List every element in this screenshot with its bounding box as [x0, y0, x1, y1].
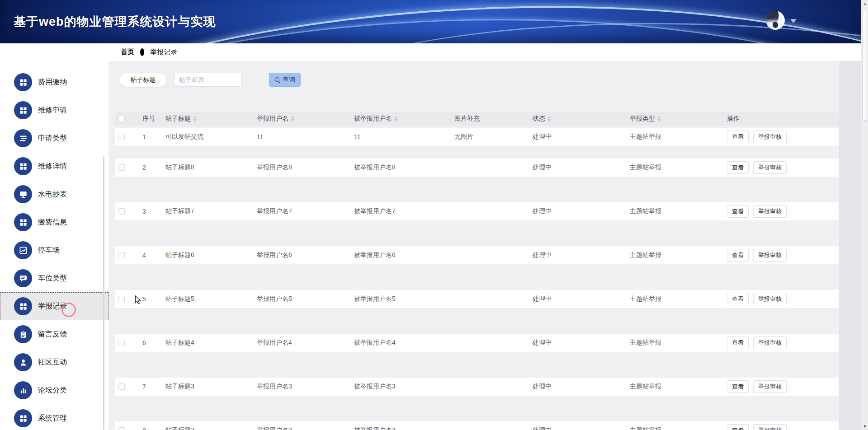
chat-icon: [14, 269, 32, 287]
sidebar-item-10[interactable]: 留言反馈: [0, 320, 108, 348]
report-audit-button[interactable]: 举报审核: [753, 205, 787, 218]
cell-actions: 查看举报审核: [723, 293, 839, 305]
sidebar-item-label: 维修申请: [38, 106, 67, 115]
chevron-down-icon[interactable]: [790, 19, 797, 23]
cell-status: 处理中: [529, 295, 626, 303]
scroll-up-icon[interactable]: ▲: [861, 0, 868, 7]
view-button[interactable]: 查看: [727, 249, 749, 262]
sort-carets-icon[interactable]: [193, 116, 197, 122]
cell-no: 2: [137, 164, 162, 171]
cell-type: 主题帖举报: [626, 133, 723, 141]
screen: 基于web的物业管理系统设计与实现 费用缴纳维修申请申请类型维修详情水电抄表缴费…: [0, 0, 868, 430]
cell-title: 帖子标题5: [162, 295, 253, 303]
cell-type: 主题帖举报: [626, 339, 723, 347]
sidebar-item-1[interactable]: 费用缴纳: [0, 68, 108, 96]
cell-no: 6: [137, 339, 162, 346]
sort-carets-icon[interactable]: [291, 116, 294, 122]
sidebar-item-11[interactable]: 社区互动: [0, 348, 108, 376]
cell-sel: [115, 208, 137, 215]
report-audit-button[interactable]: 举报审核: [753, 161, 787, 174]
report-audit-button[interactable]: 举报审核: [753, 380, 787, 393]
report-audit-button[interactable]: 举报审核: [753, 337, 787, 349]
sidebar-item-label: 缴费信息: [38, 218, 67, 227]
cell-reported: 被举报用户名8: [350, 164, 448, 172]
column-label: 举报用户名: [257, 115, 288, 123]
cell-type: 主题帖举报: [626, 426, 723, 430]
sidebar-item-12[interactable]: 论坛分类: [0, 376, 108, 404]
sidebar-scrollbar[interactable]: [103, 156, 104, 430]
column-header-reporter[interactable]: 举报用户名: [253, 115, 350, 123]
view-button[interactable]: 查看: [727, 293, 749, 305]
view-button[interactable]: 查看: [727, 131, 749, 143]
cell-type: 主题帖举报: [626, 251, 723, 259]
report-audit-button[interactable]: 举报审核: [753, 293, 787, 305]
row-checkbox[interactable]: [118, 340, 125, 346]
table-body: 1可以发帖交流1111无图片处理中主题帖举报查看举报审核2帖子标题8举报用户名8…: [115, 128, 839, 430]
column-label: 被举报用户名: [354, 115, 392, 123]
scrollbar-thumb[interactable]: [862, 10, 867, 121]
cell-reported: 11: [350, 133, 448, 140]
sidebar-item-13[interactable]: 系统管理: [0, 404, 108, 430]
column-label: 图片补充: [454, 115, 480, 123]
sidebar-item-3[interactable]: 申请类型: [0, 124, 108, 152]
cell-sel: [115, 134, 137, 140]
column-header-title[interactable]: 帖子标题: [162, 115, 253, 123]
breadcrumb-home[interactable]: 首页: [121, 48, 134, 56]
user-avatar[interactable]: [766, 11, 785, 30]
breadcrumb: 首页 举报记录: [108, 43, 861, 61]
select-all-checkbox[interactable]: [118, 116, 125, 122]
report-audit-button[interactable]: 举报审核: [753, 131, 787, 143]
report-audit-button[interactable]: 举报审核: [753, 424, 787, 430]
sidebar-item-label: 举报记录: [38, 302, 67, 311]
search-field-selector[interactable]: 帖子标题: [120, 73, 166, 87]
table-row: 3帖子标题7举报用户名7被举报用户名7处理中主题帖举报查看举报审核: [115, 202, 839, 220]
sidebar-item-5[interactable]: 水电抄表: [0, 180, 108, 208]
table-row: 8帖子标题2举报用户名2被举报用户名2处理中主题帖举报查看举报审核: [115, 421, 839, 430]
column-header-reported[interactable]: 被举报用户名: [350, 115, 448, 123]
cell-title: 帖子标题4: [162, 339, 253, 347]
row-checkbox[interactable]: [118, 164, 125, 171]
query-button[interactable]: 查询: [269, 73, 301, 87]
sort-carets-icon[interactable]: [657, 116, 661, 122]
row-checkbox[interactable]: [118, 427, 125, 430]
sidebar-item-6[interactable]: 缴费信息: [0, 208, 108, 236]
column-header-status[interactable]: 状态: [529, 115, 626, 123]
sidebar-menu: 费用缴纳维修申请申请类型维修详情水电抄表缴费信息停车场车位类型举报记录留言反馈社…: [0, 68, 108, 430]
view-button[interactable]: 查看: [727, 424, 749, 430]
sort-carets-icon[interactable]: [547, 116, 551, 122]
cell-no: 3: [137, 208, 162, 215]
cell-title: 帖子标题6: [162, 251, 253, 259]
search-input[interactable]: [174, 73, 242, 87]
report-audit-button[interactable]: 举报审核: [753, 249, 787, 262]
column-header-type[interactable]: 举报类型: [626, 115, 723, 123]
sidebar-item-9-active[interactable]: 举报记录: [0, 292, 108, 320]
view-button[interactable]: 查看: [727, 205, 749, 218]
row-checkbox[interactable]: [118, 208, 125, 215]
table-row: 1可以发帖交流1111无图片处理中主题帖举报查看举报审核: [115, 128, 839, 146]
view-button[interactable]: 查看: [727, 337, 749, 349]
sidebar-item-8[interactable]: 车位类型: [0, 264, 108, 292]
cell-status: 处理中: [529, 133, 626, 141]
app-title: 基于web的物业管理系统设计与实现: [14, 14, 216, 30]
scroll-down-icon[interactable]: ▼: [861, 423, 868, 430]
cell-actions: 查看举报审核: [723, 131, 839, 143]
view-button[interactable]: 查看: [727, 161, 749, 174]
view-button[interactable]: 查看: [727, 380, 749, 393]
row-checkbox[interactable]: [118, 296, 125, 302]
row-checkbox[interactable]: [118, 383, 125, 390]
row-checkbox[interactable]: [118, 252, 125, 258]
table-row: 4帖子标题6举报用户名6被举报用户名6处理中主题帖举报查看举报审核: [115, 246, 839, 264]
sort-carets-icon[interactable]: [394, 116, 398, 122]
sidebar-item-label: 水电抄表: [38, 190, 67, 199]
cell-status: 处理中: [529, 383, 626, 391]
row-checkbox[interactable]: [118, 134, 125, 140]
page-scrollbar[interactable]: ▲ ▼: [861, 0, 868, 430]
sidebar-item-7[interactable]: 停车场: [0, 236, 108, 264]
column-label: 状态: [533, 115, 545, 123]
cell-reporter: 11: [253, 133, 350, 140]
cell-reporter: 举报用户名5: [253, 295, 350, 303]
cell-actions: 查看举报审核: [723, 249, 839, 262]
grid-icon: [14, 297, 32, 315]
sidebar-item-2[interactable]: 维修申请: [0, 96, 108, 124]
sidebar-item-4[interactable]: 维修详情: [0, 152, 108, 180]
